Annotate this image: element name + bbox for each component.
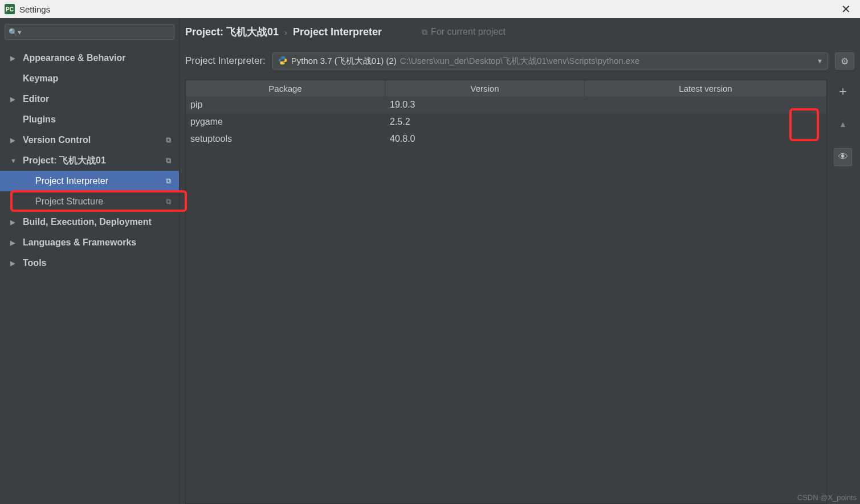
col-header-latest[interactable]: Latest version: [585, 80, 826, 96]
chevron-right-icon: ▶: [10, 219, 17, 226]
gear-button[interactable]: ⚙: [835, 52, 854, 69]
copy-icon: ⧉: [166, 156, 171, 165]
eye-icon: 👁: [838, 151, 848, 163]
chevron-down-icon: ▼: [817, 58, 823, 64]
cell-version: 2.5.2: [385, 117, 585, 127]
plus-icon: ＋: [837, 83, 849, 100]
copy-icon: ⧉: [166, 177, 171, 186]
copy-icon: ⧉: [166, 197, 171, 206]
sidebar-item-label: Project: 飞机大战01: [23, 155, 106, 167]
hint-text: For current project: [431, 27, 506, 37]
sidebar-item-project[interactable]: ▼ Project: 飞机大战01 ⧉: [0, 150, 179, 171]
copy-icon: ⧉: [166, 136, 171, 145]
content-pane: Project: 飞机大战01 › Project Interpreter ⧉ …: [180, 18, 860, 504]
copy-icon: ⧉: [422, 27, 427, 37]
col-header-package[interactable]: Package: [186, 80, 385, 96]
search-icon: 🔍▾: [9, 28, 22, 36]
cell-version: 40.8.0: [385, 134, 585, 144]
breadcrumb-page: Project Interpreter: [293, 26, 382, 38]
breadcrumb: Project: 飞机大战01 › Project Interpreter ⧉ …: [180, 18, 860, 47]
sidebar-item-plugins[interactable]: Plugins: [0, 109, 179, 130]
col-header-version[interactable]: Version: [385, 80, 585, 96]
app-icon: PC: [5, 4, 15, 14]
chevron-right-icon: ▶: [10, 239, 17, 247]
cell-package: setuptools: [186, 134, 385, 144]
scroll-up-button[interactable]: ▲: [834, 115, 852, 133]
sidebar-item-editor[interactable]: ▶ Editor: [0, 89, 179, 109]
chevron-up-icon: ▲: [839, 120, 847, 129]
chevron-right-icon: ▶: [10, 260, 17, 267]
sidebar-item-keymap[interactable]: Keymap: [0, 68, 179, 89]
table-row[interactable]: setuptools 40.8.0: [186, 130, 826, 147]
cell-package: pygame: [186, 117, 385, 127]
gear-icon: ⚙: [841, 56, 849, 67]
for-current-project-hint: ⧉ For current project: [422, 27, 506, 37]
sidebar-item-label: Plugins: [23, 114, 56, 125]
table-row[interactable]: pygame 2.5.2: [186, 113, 826, 130]
packages-table: Package Version Latest version pip 19.0.…: [185, 80, 827, 504]
sidebar-item-project-structure[interactable]: Project Structure ⧉: [0, 191, 179, 212]
sidebar-item-label: Project Structure: [35, 196, 103, 207]
sidebar-item-label: Editor: [23, 94, 49, 104]
sidebar-search[interactable]: 🔍▾: [5, 24, 174, 40]
sidebar-item-build[interactable]: ▶ Build, Execution, Deployment: [0, 212, 179, 232]
cell-package: pip: [186, 100, 385, 110]
sidebar-item-appearance[interactable]: ▶ Appearance & Behavior: [0, 48, 179, 68]
sidebar-item-tools[interactable]: ▶ Tools: [0, 253, 179, 273]
interpreter-dropdown[interactable]: Python 3.7 (飞机大战01) (2) C:\Users\xun_der…: [272, 52, 828, 69]
chevron-down-icon: ▼: [10, 157, 17, 164]
table-row[interactable]: pip 19.0.3: [186, 96, 826, 113]
close-icon[interactable]: ✕: [838, 2, 854, 16]
sidebar-item-label: Version Control: [23, 135, 91, 145]
watermark: CSDN @X_points: [797, 493, 857, 502]
interpreter-label: Project Interpreter:: [185, 55, 266, 67]
sidebar-item-label: Tools: [23, 258, 46, 268]
sidebar-item-label: Languages & Frameworks: [23, 237, 136, 248]
sidebar-item-label: Build, Execution, Deployment: [23, 217, 152, 227]
sidebar-item-version-control[interactable]: ▶ Version Control ⧉: [0, 130, 179, 150]
sidebar-item-project-interpreter[interactable]: Project Interpreter ⧉: [0, 171, 179, 191]
sidebar-item-languages[interactable]: ▶ Languages & Frameworks: [0, 232, 179, 253]
cell-version: 19.0.3: [385, 100, 585, 110]
add-package-button[interactable]: ＋: [834, 82, 852, 100]
window-title: Settings: [19, 5, 50, 14]
settings-sidebar: 🔍▾ ▶ Appearance & Behavior Keymap ▶ Edit…: [0, 18, 180, 504]
interpreter-path: C:\Users\xun_der\Desktop\飞机大战01\venv\Scr…: [400, 56, 639, 67]
chevron-right-icon: ›: [284, 27, 287, 37]
chevron-right-icon: ▶: [10, 96, 17, 103]
title-bar: PC Settings ✕: [0, 0, 860, 18]
sidebar-item-label: Project Interpreter: [35, 176, 108, 186]
table-header: Package Version Latest version: [186, 80, 826, 96]
interpreter-name: Python 3.7 (飞机大战01) (2): [291, 56, 397, 67]
search-input[interactable]: [23, 28, 170, 36]
show-early-releases-button[interactable]: 👁: [834, 148, 852, 166]
settings-tree: ▶ Appearance & Behavior Keymap ▶ Editor …: [0, 44, 179, 504]
sidebar-item-label: Keymap: [23, 73, 58, 84]
chevron-right-icon: ▶: [10, 55, 17, 62]
breadcrumb-project[interactable]: Project: 飞机大战01: [185, 25, 279, 39]
sidebar-item-label: Appearance & Behavior: [23, 53, 126, 63]
python-icon: [278, 55, 288, 67]
chevron-right-icon: ▶: [10, 137, 17, 144]
